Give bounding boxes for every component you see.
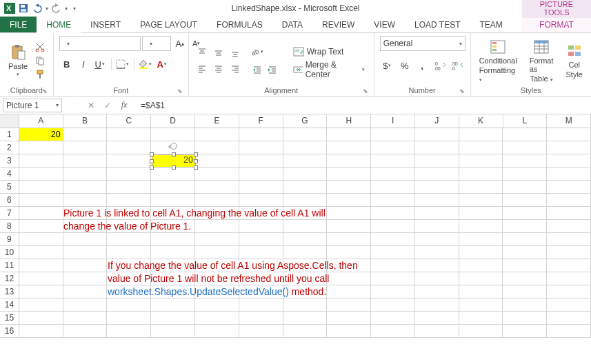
- cell[interactable]: [503, 246, 547, 259]
- resize-handle[interactable]: [172, 165, 176, 170]
- cell[interactable]: [195, 141, 239, 154]
- col-header[interactable]: F: [239, 114, 283, 128]
- cell[interactable]: 20: [19, 128, 63, 141]
- cell[interactable]: [195, 181, 239, 194]
- merge-center-button[interactable]: Merge & Center ▾: [290, 62, 368, 77]
- cell[interactable]: [107, 325, 151, 338]
- cell[interactable]: [283, 299, 328, 312]
- cell[interactable]: [19, 312, 63, 325]
- tab-file[interactable]: FILE: [0, 17, 37, 32]
- decrease-decimal-icon[interactable]: .00.0: [450, 58, 464, 73]
- cell[interactable]: [459, 154, 503, 168]
- cell[interactable]: [371, 246, 415, 259]
- cell[interactable]: [371, 272, 415, 285]
- cell[interactable]: [19, 168, 63, 181]
- cell[interactable]: [63, 168, 108, 181]
- italic-icon[interactable]: I: [76, 57, 91, 72]
- cell[interactable]: [503, 141, 547, 154]
- tab-view[interactable]: VIEW: [364, 17, 405, 32]
- col-header[interactable]: G: [283, 114, 328, 128]
- cell[interactable]: [503, 168, 547, 181]
- resize-handle[interactable]: [194, 159, 198, 163]
- cell[interactable]: [459, 194, 503, 207]
- col-header[interactable]: M: [547, 114, 591, 128]
- number-launcher-icon[interactable]: ⬊: [459, 88, 465, 94]
- cell[interactable]: [547, 128, 591, 141]
- number-format-combo[interactable]: General▾: [380, 36, 465, 51]
- cell[interactable]: [503, 285, 547, 299]
- cell-styles-button[interactable]: Cel Style: [563, 41, 585, 80]
- cell[interactable]: [503, 299, 547, 312]
- cell[interactable]: [195, 312, 239, 325]
- cell[interactable]: [547, 272, 591, 285]
- cell[interactable]: [195, 194, 239, 207]
- tab-formulas[interactable]: FORMULAS: [207, 17, 272, 32]
- cell[interactable]: [19, 154, 63, 168]
- cell[interactable]: [327, 233, 371, 246]
- cell[interactable]: [19, 181, 63, 194]
- cell[interactable]: [547, 312, 591, 325]
- cell[interactable]: [19, 207, 63, 220]
- col-header[interactable]: B: [63, 114, 108, 128]
- cell[interactable]: [63, 181, 108, 194]
- cell[interactable]: [107, 154, 151, 168]
- cell[interactable]: [63, 285, 108, 299]
- underline-icon[interactable]: U: [92, 57, 108, 72]
- cell[interactable]: [239, 168, 283, 181]
- cell[interactable]: [459, 272, 503, 285]
- cell[interactable]: [415, 233, 459, 246]
- cell[interactable]: [195, 154, 239, 168]
- row-header[interactable]: 14: [0, 299, 19, 312]
- align-middle-icon[interactable]: [211, 45, 226, 60]
- comma-icon[interactable]: ,: [414, 58, 429, 73]
- cell[interactable]: [239, 141, 283, 154]
- cell[interactable]: [415, 259, 459, 272]
- redo-icon[interactable]: [51, 3, 62, 14]
- col-header[interactable]: I: [371, 114, 415, 128]
- cell[interactable]: [415, 207, 459, 220]
- resize-handle[interactable]: [150, 165, 154, 170]
- clipboard-launcher-icon[interactable]: ⬊: [42, 88, 48, 94]
- cell[interactable]: [239, 181, 283, 194]
- cell[interactable]: [19, 233, 63, 246]
- row-header[interactable]: 5: [0, 181, 19, 194]
- cell[interactable]: [547, 220, 591, 233]
- formula-input[interactable]: =$A$1: [137, 101, 591, 110]
- col-header[interactable]: E: [195, 114, 239, 128]
- tab-review[interactable]: REVIEW: [312, 17, 364, 32]
- cell[interactable]: [283, 246, 328, 259]
- cell[interactable]: [459, 285, 503, 299]
- cell[interactable]: [503, 181, 547, 194]
- cell[interactable]: [459, 207, 503, 220]
- cell[interactable]: [415, 325, 459, 338]
- increase-font-icon[interactable]: A▴: [172, 36, 188, 51]
- cell[interactable]: [547, 154, 591, 168]
- undo-dropdown-icon[interactable]: ▾: [46, 6, 48, 12]
- currency-icon[interactable]: $: [380, 58, 394, 73]
- cell[interactable]: [415, 285, 459, 299]
- cell[interactable]: [239, 128, 283, 141]
- row-header[interactable]: 15: [0, 312, 19, 325]
- cell[interactable]: [283, 325, 328, 338]
- cell[interactable]: [371, 259, 415, 272]
- font-size-combo[interactable]: ▾: [142, 36, 171, 51]
- cell[interactable]: [459, 233, 503, 246]
- col-header[interactable]: L: [503, 114, 548, 128]
- cell[interactable]: [195, 128, 239, 141]
- cell[interactable]: [327, 181, 371, 194]
- cell[interactable]: [195, 246, 239, 259]
- cell[interactable]: [63, 312, 108, 325]
- tab-page-layout[interactable]: PAGE LAYOUT: [130, 17, 207, 32]
- cell[interactable]: [547, 259, 591, 272]
- cell[interactable]: [107, 194, 151, 207]
- cell[interactable]: [459, 181, 503, 194]
- cell[interactable]: [151, 181, 195, 194]
- cell[interactable]: [327, 312, 371, 325]
- bold-icon[interactable]: B: [59, 57, 74, 72]
- cell[interactable]: [503, 312, 547, 325]
- cell[interactable]: [195, 168, 239, 181]
- cell[interactable]: [415, 181, 459, 194]
- cell[interactable]: [503, 259, 547, 272]
- cell[interactable]: [19, 259, 63, 272]
- font-launcher-icon[interactable]: ⬊: [177, 88, 183, 94]
